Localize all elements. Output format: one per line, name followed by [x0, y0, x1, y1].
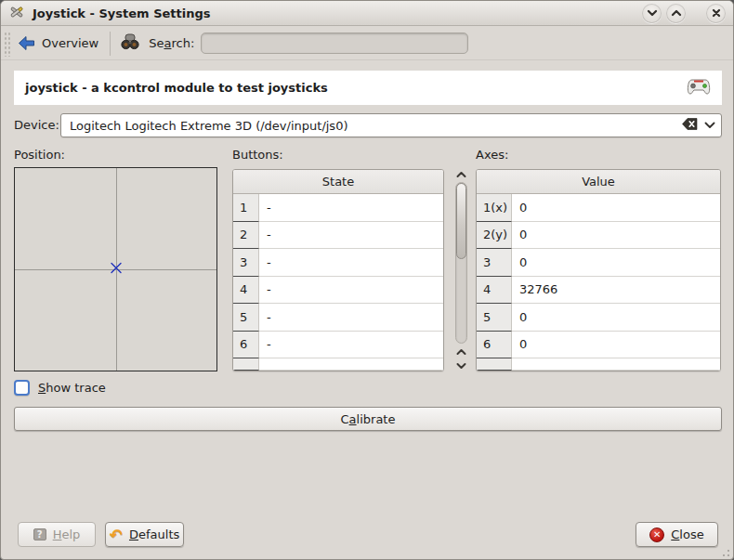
gamepad-icon — [687, 78, 711, 98]
overview-label: Overview — [42, 36, 98, 50]
row-value: 32766 — [512, 277, 720, 305]
row-value: 0 — [512, 249, 720, 277]
chevron-up-icon — [456, 348, 466, 356]
row-value: 0 — [512, 194, 720, 222]
row-value: - — [259, 222, 443, 250]
row-value: - — [259, 304, 443, 332]
table-row[interactable]: 1(x)0 — [477, 194, 720, 222]
table-row[interactable]: 432766 — [477, 277, 720, 305]
scroll-up-button[interactable] — [453, 167, 469, 181]
axes-table: Value 1(x)02(y)0304327665060 — [476, 169, 721, 371]
buttons-table-body: 1-2-3-4-5-6- — [233, 194, 443, 371]
row-header: 1 — [233, 194, 259, 222]
close-icon — [712, 8, 721, 18]
axes-column-header: Value — [582, 175, 615, 189]
search-input[interactable] — [201, 33, 468, 54]
table-row[interactable]: 6- — [233, 332, 443, 359]
defaults-label: Defaults — [129, 527, 179, 541]
toolbar-separator — [110, 32, 111, 56]
row-value: - — [259, 194, 443, 222]
resize-grip[interactable] — [718, 545, 729, 556]
scroll-down-button[interactable] — [453, 358, 469, 372]
table-row[interactable]: 2- — [233, 222, 443, 250]
row-header: 4 — [233, 277, 259, 305]
row-header: 4 — [477, 277, 512, 305]
module-header: joystick - a kcontrol module to test joy… — [14, 71, 722, 105]
row-value: 0 — [512, 332, 720, 359]
buttons-label: Buttons: — [232, 148, 283, 162]
table-row[interactable]: 5- — [233, 304, 443, 332]
buttons-table: State 1-2-3-4-5-6- — [232, 169, 444, 371]
position-label: Position: — [14, 148, 65, 162]
close-x-icon: ✕ — [649, 527, 664, 542]
close-window-button[interactable] — [706, 4, 726, 23]
buttons-table-header[interactable]: State — [233, 170, 443, 194]
overview-button[interactable]: Overview — [10, 32, 108, 55]
table-row[interactable]: 3- — [233, 249, 443, 277]
binoculars-search-icon — [120, 33, 140, 53]
chevron-down-icon — [647, 9, 658, 17]
toolbar: Overview Search: — [1, 27, 733, 60]
table-row[interactable]: 60 — [477, 332, 720, 359]
axes-label: Axes: — [476, 148, 508, 162]
back-arrow-icon — [18, 35, 35, 51]
row-header: 2(y) — [477, 222, 512, 250]
vertical-scrollbar[interactable] — [453, 167, 469, 372]
help-label: Help — [53, 527, 81, 541]
close-button[interactable]: ✕ Close — [636, 522, 718, 547]
device-combobox-value: Logitech Logitech Extreme 3D (/dev/input… — [70, 119, 682, 133]
show-trace-option: Show trace — [14, 380, 106, 396]
axes-table-header[interactable]: Value — [477, 170, 720, 194]
row-header: 6 — [233, 332, 259, 359]
table-row[interactable]: 2(y)0 — [477, 222, 720, 250]
scroll-up-button-bottom[interactable] — [453, 345, 469, 358]
maximize-button[interactable] — [666, 4, 686, 23]
row-value: - — [259, 332, 443, 359]
module-title: joystick - a kcontrol module to test joy… — [25, 81, 687, 95]
scrollbar-track[interactable] — [455, 182, 467, 344]
table-row-partial — [477, 358, 720, 371]
row-header: 5 — [477, 304, 512, 332]
row-value: - — [259, 277, 443, 305]
calibrate-label: Calibrate — [341, 412, 396, 426]
row-header: 1(x) — [477, 194, 512, 222]
chevron-up-icon — [456, 171, 466, 178]
table-row[interactable]: 50 — [477, 304, 720, 332]
axes-table-body: 1(x)02(y)0304327665060 — [477, 194, 720, 371]
system-settings-tools-icon — [8, 4, 25, 23]
show-trace-label[interactable]: Show trace — [38, 381, 106, 395]
title-bar[interactable]: Joystick - System Settings — [1, 1, 733, 26]
device-combobox[interactable]: Logitech Logitech Extreme 3D (/dev/input… — [60, 113, 722, 137]
row-value: 0 — [512, 222, 720, 250]
position-display — [14, 167, 217, 371]
window: Joystick - System Settings Overview — [0, 0, 734, 560]
table-row[interactable]: 30 — [477, 249, 720, 277]
row-value: - — [259, 249, 443, 277]
toolbar-drag-handle[interactable] — [3, 31, 10, 57]
row-header: 6 — [477, 332, 512, 359]
position-x-marker — [110, 262, 122, 277]
help-button[interactable]: ? Help — [18, 522, 96, 547]
combobox-chevron-down-icon[interactable] — [704, 122, 715, 129]
clear-field-icon[interactable] — [682, 118, 698, 133]
row-header: 3 — [233, 249, 259, 277]
defaults-button[interactable]: ↶ Defaults — [105, 522, 184, 547]
scrollbar-thumb[interactable] — [456, 183, 466, 259]
device-label: Device: — [14, 118, 59, 132]
calibrate-button[interactable]: Calibrate — [14, 407, 722, 431]
help-icon: ? — [33, 528, 46, 540]
row-value: 0 — [512, 304, 720, 332]
table-row[interactable]: 1- — [233, 194, 443, 222]
undo-arrow-icon: ↶ — [110, 528, 123, 541]
chevron-up-icon — [671, 9, 682, 17]
window-title: Joystick - System Settings — [33, 7, 637, 20]
row-header: 3 — [477, 249, 512, 277]
show-trace-checkbox[interactable] — [14, 380, 30, 396]
row-header: 2 — [233, 222, 259, 250]
shade-button[interactable] — [642, 4, 662, 23]
table-row-partial — [233, 358, 443, 371]
close-label: Close — [671, 527, 703, 541]
table-row[interactable]: 4- — [233, 277, 443, 305]
buttons-column-header: State — [322, 175, 354, 189]
row-header: 5 — [233, 304, 259, 332]
